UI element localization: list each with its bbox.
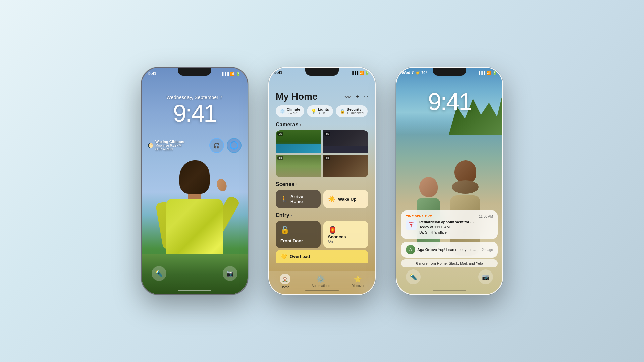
lockscreen-date-text: Wednesday, September 7 <box>142 95 248 100</box>
home-app-background: 9:41 ▐▐▐ 📶 🔋 My Home 〰️ + ··· <box>269 68 375 294</box>
message-time: 2m ago <box>482 248 493 252</box>
camera-3[interactable]: 1s <box>276 155 321 177</box>
flashlight-button-3[interactable]: 🔦 <box>406 269 421 284</box>
arrive-home-label: Arrive Home <box>290 194 316 204</box>
notif-time: 11:00 AM <box>479 215 493 218</box>
camera-icon-3: 📷 <box>482 273 489 281</box>
wake-up-button[interactable]: ☀️ Wake Up <box>323 190 368 208</box>
battery-2: 🔋 <box>365 71 370 75</box>
more-notifications: 6 more from Home, Slack, Mail, and Yelp <box>401 259 498 267</box>
home-app-title: My Home <box>276 91 317 102</box>
phone-2-notch <box>305 68 339 76</box>
camera-1[interactable]: 2s <box>276 130 321 153</box>
camera-button-3[interactable]: 📷 <box>478 269 493 284</box>
adult-hair <box>452 180 479 194</box>
entry-section: Entry › 🔓 Front Door 🏮 <box>269 212 375 263</box>
status-time-3: Wed 7 <box>402 70 414 75</box>
home-indicator-1 <box>178 290 211 291</box>
temperature: 70° <box>421 71 427 75</box>
scenes-chevron: › <box>296 182 297 187</box>
arrive-home-button[interactable]: 🚶 Arrive Home <box>276 190 321 208</box>
phone-1-screen: Wednesday, September 7 9:41 9:41 ▐▐▐ 📶 🔋… <box>142 68 248 294</box>
waveform-icon[interactable]: 〰️ <box>344 94 351 100</box>
phone-2-screen: 9:41 ▐▐▐ 📶 🔋 My Home 〰️ + ··· <box>269 68 375 294</box>
moon-hours: 8HR 41MIN <box>155 147 184 151</box>
lock-icon: 🔓 <box>280 226 316 234</box>
security-label: Security <box>347 107 361 111</box>
signal-2: ▐▐▐ <box>351 71 358 75</box>
sender-name: Aga Orlova <box>417 248 437 252</box>
child-head <box>419 177 438 197</box>
nav-automations[interactable]: ⚙️ Automations <box>312 275 330 288</box>
camera-4[interactable]: 4s <box>323 155 368 177</box>
lights-icon: 💡 <box>311 109 316 114</box>
activity-circles: 🎧 <box>209 138 241 153</box>
climate-icon: ❄️ <box>280 109 285 114</box>
home-nav-icon: 🏠 <box>280 274 290 284</box>
climate-label: Climate <box>287 107 300 111</box>
avatar-initials: A <box>409 247 412 252</box>
climate-chip[interactable]: ❄️ Climate 68–72° <box>276 105 304 117</box>
phone-3-screen: Wed 7 ☀️ 70° ▐▐▐ 📶 🔋 9:41 <box>396 68 502 294</box>
camera-1-pool <box>276 144 321 153</box>
nav-home[interactable]: 🏠 Home <box>280 274 290 289</box>
camera-button[interactable]: 📷 <box>223 266 237 281</box>
status-icons-3: ▐▐▐ 📶 🔋 <box>478 71 497 75</box>
camera-2[interactable]: 3s <box>323 130 368 153</box>
entry-header: Entry › <box>276 212 368 218</box>
cameras-section: Cameras › 2s 3s <box>269 122 375 177</box>
add-icon[interactable]: + <box>356 94 359 100</box>
weather-info: ☀️ 70° <box>416 71 427 75</box>
calendar-notification[interactable]: TIME SENSITIVE 11:00 AM WED 7 Pediatrici… <box>401 210 498 239</box>
camera-3-time: 1s <box>277 156 283 160</box>
home-scroll-area[interactable]: My Home 〰️ + ··· ❄️ Climate 68–72° <box>269 78 375 271</box>
nav-discover[interactable]: ⭐ Discover <box>351 275 364 288</box>
security-chip[interactable]: 🔒 Security 1 Unlocked <box>336 105 368 117</box>
more-icon[interactable]: ··· <box>364 94 368 100</box>
battery-icon: 🔋 <box>236 72 241 76</box>
photo-time: 9:41 <box>396 89 502 114</box>
sconces-icon: 🏮 <box>328 226 364 234</box>
security-icon: 🔒 <box>340 109 345 114</box>
camera-1-time: 2s <box>277 132 283 136</box>
home-nav-label: Home <box>280 285 289 289</box>
phone-2-frame: 9:41 ▐▐▐ 📶 🔋 My Home 〰️ + ··· <box>268 67 376 295</box>
time-sensitive-badge: TIME SENSITIVE <box>406 215 432 218</box>
activity-ring <box>227 138 241 153</box>
category-chips: ❄️ Climate 68–72° 💡 Lights 3 On <box>269 105 375 117</box>
overhead-peek-card[interactable]: 💛 Overhead <box>276 250 368 263</box>
notifications-area: TIME SENSITIVE 11:00 AM WED 7 Pediatrici… <box>401 210 498 267</box>
lights-chip[interactable]: 💡 Lights 3 On <box>307 105 333 117</box>
lockscreen-bottom-actions: 🔦 📷 <box>142 266 248 281</box>
sconces-label: Sconces <box>328 234 364 239</box>
signal-3: ▐▐▐ <box>478 71 485 75</box>
notif-text-area: Pediatrician appointment for J.J. Today … <box>419 220 477 235</box>
moonrise-text: Moonrise 6:22PM <box>155 144 184 147</box>
discover-nav-icon: ⭐ <box>354 275 362 283</box>
entry-chevron: › <box>291 213 292 218</box>
photo-time-area: 9:41 <box>396 89 502 114</box>
sconces-card[interactable]: 🏮 Sconces On <box>323 221 368 248</box>
camera-2-time: 3s <box>324 132 330 136</box>
lockscreen-time: 9:41 <box>142 101 248 125</box>
cameras-label: Cameras <box>276 122 299 128</box>
climate-sub: 68–72° <box>287 111 300 115</box>
notif-content-row: WED 7 Pediatrician appointment for J.J. … <box>406 220 493 235</box>
lights-label: Lights <box>318 107 329 111</box>
entry-row: 🔓 Front Door 🏮 Sconces On <box>276 221 368 248</box>
header-action-icons: 〰️ + ··· <box>344 94 368 100</box>
status-time-2: 9:41 <box>274 70 282 75</box>
message-notification[interactable]: A Aga Orlova Yup! I can meet you t… 2m a… <box>401 242 498 258</box>
lockscreen-date-area: Wednesday, September 7 9:41 <box>142 95 248 125</box>
camera-4-time: 4s <box>324 156 330 160</box>
cameras-grid[interactable]: 2s 3s 1s 4s <box>276 130 368 177</box>
camera-2-gym <box>323 146 368 153</box>
front-door-card[interactable]: 🔓 Front Door <box>276 221 321 248</box>
flashlight-button[interactable]: 🔦 <box>152 266 166 281</box>
flashlight-icon: 🔦 <box>155 270 163 277</box>
lockscreen-background: Wednesday, September 7 9:41 9:41 ▐▐▐ 📶 🔋… <box>142 68 248 294</box>
headphones-widget: 🎧 <box>209 138 224 153</box>
scenes-row: 🚶 Arrive Home ☀️ Wake Up <box>276 190 368 208</box>
left-status: Wed 7 ☀️ 70° <box>402 70 427 75</box>
notif-doctor: Dr. Smith's office <box>419 230 477 235</box>
